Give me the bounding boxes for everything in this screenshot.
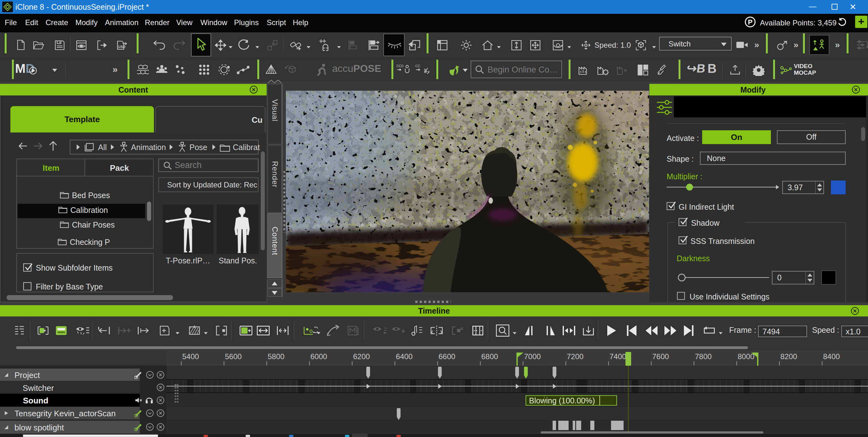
svg-text:CC: CC [415,64,420,68]
svg-text:CC0: CC0 [397,64,403,68]
svg-text:USD: USD [118,45,125,49]
